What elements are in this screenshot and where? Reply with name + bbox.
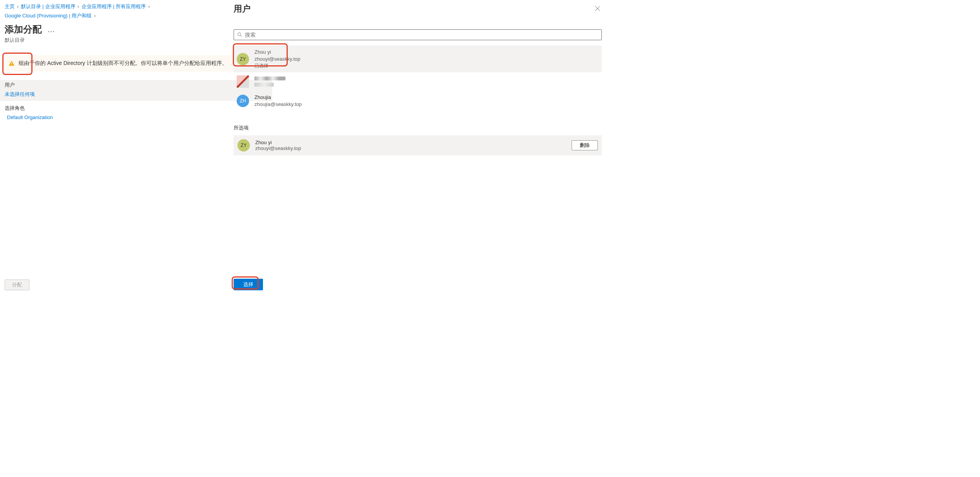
none-selected-link[interactable]: 未选择任何项 <box>5 91 35 97</box>
info-banner-text: 组由于你的 Active Directory 计划级别而不可分配。你可以将单个用… <box>19 60 227 67</box>
user-status: 已选择 <box>254 63 300 69</box>
breadcrumb-separator: › <box>17 4 19 9</box>
svg-rect-0 <box>11 62 12 64</box>
selected-section-label: 所选项 <box>234 124 602 131</box>
user-name: Zhoujia <box>254 94 302 101</box>
select-button[interactable]: 选择 <box>234 279 263 290</box>
avatar: ZH <box>237 95 249 107</box>
breadcrumb-separator: › <box>78 4 79 9</box>
breadcrumb-separator: › <box>148 4 150 9</box>
svg-line-3 <box>241 36 242 37</box>
warning-icon <box>9 60 15 66</box>
left-footer: 分配 <box>5 277 224 293</box>
role-value[interactable]: Default Organization <box>5 114 53 120</box>
user-email: zhoujia@seaskky.top <box>254 101 302 108</box>
selected-user-email: zhouyi@seaskky.top <box>255 145 566 151</box>
user-item-zhouyi[interactable]: ZY Zhou yi zhouyi@seaskky.top 已选择 <box>234 46 602 72</box>
user-name: Zhou yi <box>254 49 300 56</box>
selected-user-name: Zhou yi <box>255 140 566 145</box>
role-label: 选择角色 <box>5 105 224 112</box>
left-panel: 主页 › 默认目录 | 企业应用程序 › 企业应用程序 | 所有应用程序 › G… <box>0 0 228 296</box>
page-title: 添加分配 <box>5 24 42 35</box>
breadcrumb-enterprise-apps[interactable]: 企业应用程序 | 所有应用程序 <box>82 3 146 10</box>
remove-button[interactable]: 删除 <box>572 140 598 150</box>
user-item-redacted[interactable] <box>234 72 602 91</box>
panel-title: 用户 <box>234 3 251 15</box>
avatar: ZY <box>237 53 249 65</box>
more-actions-button[interactable]: … <box>47 27 55 32</box>
right-footer: 选择 <box>234 276 602 293</box>
svg-point-2 <box>238 33 241 36</box>
breadcrumb-home[interactable]: 主页 <box>5 3 15 10</box>
assign-button[interactable]: 分配 <box>5 279 29 290</box>
redacted-line <box>254 77 285 80</box>
svg-rect-1 <box>11 65 12 65</box>
page-title-row: 添加分配 … <box>5 24 224 35</box>
breadcrumb: 主页 › 默认目录 | 企业应用程序 › 企业应用程序 | 所有应用程序 › G… <box>5 3 224 19</box>
search-box[interactable] <box>234 29 602 40</box>
panel-header: 用户 <box>234 3 602 15</box>
selected-user-info: Zhou yi zhouyi@seaskky.top <box>255 140 566 151</box>
breadcrumb-users-groups[interactable]: Google Cloud (Provisioning) | 用户和组 <box>5 12 92 19</box>
close-icon <box>595 6 600 11</box>
user-email: zhouyi@seaskky.top <box>254 56 300 63</box>
avatar: ZY <box>237 139 250 152</box>
redacted-line <box>254 83 274 87</box>
user-info: Zhoujia zhoujia@seaskky.top <box>254 94 302 108</box>
role-section: 选择角色 Default Organization <box>5 104 224 120</box>
user-info: Zhou yi zhouyi@seaskky.top 已选择 <box>254 49 300 69</box>
breadcrumb-separator: › <box>94 13 96 19</box>
user-item-zhoujia[interactable]: ZH Zhoujia zhoujia@seaskky.top <box>234 91 602 111</box>
search-input[interactable] <box>242 31 598 39</box>
redacted-lines <box>254 77 285 87</box>
close-panel-button[interactable] <box>593 4 602 14</box>
search-icon <box>237 32 242 37</box>
user-list: ZY Zhou yi zhouyi@seaskky.top 已选择 ZH Zho… <box>234 46 602 111</box>
breadcrumb-default-dir[interactable]: 默认目录 | 企业应用程序 <box>21 3 75 10</box>
avatar-redacted <box>237 75 249 88</box>
selected-user-item: ZY Zhou yi zhouyi@seaskky.top 删除 <box>234 135 602 155</box>
page-subtitle: 默认目录 <box>5 37 224 44</box>
user-picker-panel: 用户 ZY Zhou yi zhouyi@seaskky.top 已选择 <box>228 0 607 296</box>
